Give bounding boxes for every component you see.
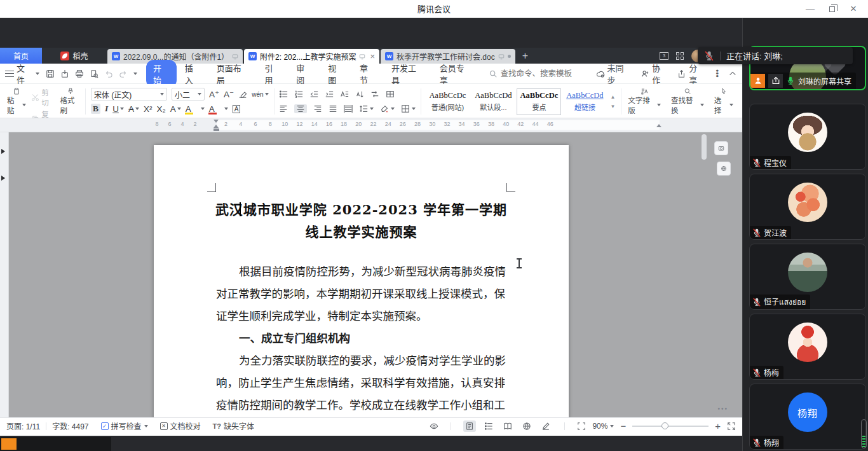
- highlight-color-button[interactable]: A: [186, 104, 205, 114]
- borders-icon[interactable]: [401, 104, 410, 113]
- save-icon[interactable]: [46, 69, 55, 78]
- read-mode-icon[interactable]: [501, 420, 514, 432]
- clear-format-icon[interactable]: [238, 90, 247, 99]
- sort-icon[interactable]: [355, 90, 364, 99]
- text-effects-button[interactable]: A: [170, 104, 181, 114]
- subscript-button[interactable]: X₂: [156, 104, 165, 114]
- zoom-out-button[interactable]: −: [620, 420, 626, 431]
- zoom-level[interactable]: 90%: [592, 422, 614, 431]
- style-gallery-scroll[interactable]: ▲▼: [608, 94, 617, 109]
- tab-references[interactable]: 引用: [257, 60, 288, 88]
- align-left-icon[interactable]: [279, 104, 288, 113]
- decrease-font-button[interactable]: A⁻: [224, 89, 234, 99]
- strikethrough-button[interactable]: A: [128, 104, 139, 114]
- page-view-icon[interactable]: [463, 420, 476, 432]
- more-tools-icon[interactable]: •••: [717, 405, 728, 412]
- customize-toolbar-chevron[interactable]: [133, 73, 137, 75]
- more-options-icon[interactable]: •••: [714, 69, 719, 78]
- text-tool-icon[interactable]: [340, 90, 349, 99]
- character-border-button[interactable]: A: [233, 105, 241, 113]
- minimize-button[interactable]: —: [799, 0, 821, 18]
- tab-section[interactable]: 章节: [353, 60, 383, 88]
- fullscreen-icon[interactable]: [727, 422, 736, 431]
- align-right-icon[interactable]: [313, 104, 322, 113]
- distribute-icon[interactable]: [344, 104, 353, 113]
- doc-proof-button[interactable]: ✕ 文档校对: [160, 420, 201, 431]
- print-icon[interactable]: [75, 69, 84, 78]
- font-color-button[interactable]: A: [209, 104, 228, 114]
- web-layout-icon[interactable]: [520, 420, 533, 432]
- horizontal-ruler[interactable]: 8642 24681012141618202224262830323436384…: [0, 118, 742, 132]
- undo-icon[interactable]: [104, 69, 113, 78]
- share-button[interactable]: 分享: [677, 62, 705, 86]
- participant-tile[interactable]: 杨翔 杨翔: [749, 384, 866, 450]
- restore-button[interactable]: [821, 0, 843, 18]
- document-canvas[interactable]: 武汉城市职业学院 2022-2023 学年第一学期 线上教学实施预案 根据目前疫…: [0, 132, 742, 417]
- bullet-list-icon[interactable]: [279, 90, 288, 99]
- sync-status[interactable]: 未同步: [596, 62, 632, 86]
- zoom-in-button[interactable]: +: [715, 420, 721, 431]
- paste-button[interactable]: 粘贴: [4, 87, 29, 116]
- command-search[interactable]: [489, 69, 596, 78]
- style-normal-web[interactable]: AaBbCcDc 普通(网站): [425, 88, 470, 115]
- participant-tile[interactable]: 贺汪波: [749, 174, 866, 240]
- side-tool-capture-icon[interactable]: [714, 141, 728, 155]
- app-grid-icon[interactable]: [676, 52, 684, 60]
- underline-button[interactable]: U: [112, 104, 124, 114]
- font-name-select[interactable]: 宋体 (正文): [91, 88, 167, 101]
- tab-start[interactable]: 开始: [146, 60, 177, 88]
- tab-page-layout[interactable]: 页面布局: [210, 60, 257, 88]
- text-layout-button[interactable]: 文字排版: [623, 87, 666, 116]
- find-replace-button[interactable]: 查找替换: [666, 87, 709, 116]
- style-key-point[interactable]: AaBbCcDc 要点: [517, 88, 561, 115]
- ink-pen-icon[interactable]: [539, 420, 552, 432]
- spell-check-toggle[interactable]: ✓ 拼写检查: [101, 420, 148, 431]
- new-tab-button[interactable]: +: [516, 48, 534, 64]
- increase-font-button[interactable]: A⁺: [209, 89, 219, 99]
- participant-tile[interactable]: 恒子แสงย่อย: [749, 244, 866, 310]
- tab-view[interactable]: 视图: [321, 60, 351, 88]
- share-toolbar-stub[interactable]: [0, 437, 111, 451]
- mic-muted-icon[interactable]: [704, 51, 714, 61]
- document-page[interactable]: 武汉城市职业学院 2022-2023 学年第一学期 线上教学实施预案 根据目前疫…: [154, 145, 569, 417]
- tab-review[interactable]: 审阅: [289, 60, 320, 88]
- search-input[interactable]: [501, 69, 596, 78]
- bold-button[interactable]: B: [91, 104, 100, 114]
- zoom-slider-knob[interactable]: [661, 422, 668, 429]
- style-default-paragraph[interactable]: AaBbCcDd 默认段...: [471, 88, 515, 115]
- participant-tile[interactable]: 杨梅: [749, 314, 866, 380]
- font-size-select[interactable]: 小二: [172, 88, 205, 101]
- tab-member[interactable]: 会员专享: [433, 60, 480, 88]
- table-icon[interactable]: [386, 90, 395, 99]
- file-menu[interactable]: 文件: [5, 62, 39, 86]
- increase-indent-icon[interactable]: [325, 90, 334, 99]
- eye-protect-icon[interactable]: [430, 422, 438, 431]
- shading-icon[interactable]: [380, 104, 389, 113]
- line-spacing-icon[interactable]: [359, 104, 368, 113]
- tab-docer[interactable]: 稻壳: [42, 48, 107, 64]
- word-count[interactable]: 字数: 4497: [52, 420, 88, 431]
- sidebar-scrollbar[interactable]: [861, 419, 867, 448]
- redo-icon[interactable]: [119, 69, 128, 78]
- superscript-button[interactable]: X²: [144, 104, 153, 114]
- numbered-list-icon[interactable]: [294, 90, 303, 99]
- text-direction-icon[interactable]: [370, 90, 379, 99]
- cut-button[interactable]: 剪切: [29, 87, 57, 108]
- side-tool-resource-icon[interactable]: [717, 162, 731, 176]
- print-preview-icon[interactable]: [90, 69, 98, 78]
- missing-font-button[interactable]: T? 缺失字体: [213, 420, 254, 431]
- outline-view-icon[interactable]: [482, 420, 495, 432]
- window-manage-icon[interactable]: 3: [660, 52, 668, 60]
- justify-icon[interactable]: [329, 104, 337, 113]
- decrease-indent-icon[interactable]: [309, 90, 318, 99]
- close-button[interactable]: ×: [843, 0, 864, 18]
- indent-marker-left[interactable]: [214, 120, 219, 131]
- zoom-slider[interactable]: [632, 426, 709, 427]
- participant-tile[interactable]: 程宝仪: [749, 104, 866, 170]
- collaborate-button[interactable]: 协作: [641, 62, 668, 86]
- collapse-ribbon-icon[interactable]: [728, 69, 737, 78]
- style-hyperlink[interactable]: AaBbCcDd 超链接: [562, 88, 607, 115]
- select-button[interactable]: 选择: [709, 87, 738, 116]
- tab-insert[interactable]: 插入: [178, 60, 208, 88]
- document-scrollbar[interactable]: [702, 134, 707, 160]
